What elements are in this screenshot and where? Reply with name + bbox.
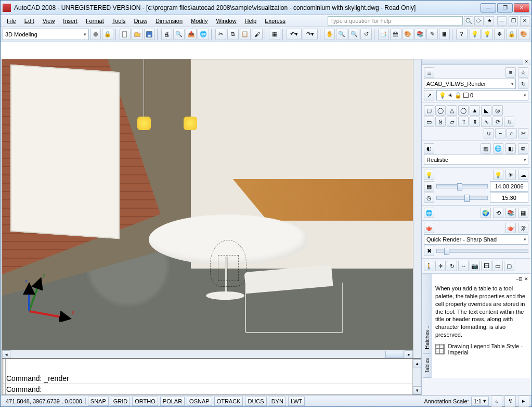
- palette-tab-hatches[interactable]: Hatches ...: [423, 320, 431, 354]
- menu-dimension[interactable]: Dimension: [151, 18, 187, 24]
- command-scrollbar[interactable]: ▴ ▾: [412, 359, 421, 395]
- materials-lib-button[interactable]: 📚: [505, 208, 516, 218]
- menu-express[interactable]: Express: [261, 18, 290, 24]
- help-button[interactable]: ？: [456, 29, 467, 40]
- animate-button[interactable]: 🎞: [481, 261, 491, 271]
- match-button[interactable]: 🖌: [252, 29, 263, 40]
- plot-button[interactable]: 🖨: [161, 29, 172, 40]
- render-button[interactable]: 🫖: [505, 223, 516, 233]
- dashboard-close-icon[interactable]: ✕: [523, 59, 529, 65]
- camera-button[interactable]: 📷: [470, 261, 480, 271]
- grid-toggle[interactable]: GRID: [111, 397, 131, 406]
- materials-attach-button[interactable]: 🌍: [481, 208, 491, 218]
- render-quality-slider[interactable]: [436, 249, 528, 253]
- layerfreeze-quick-icon[interactable]: ❄: [494, 29, 505, 40]
- sheet-set-button[interactable]: 📚: [414, 29, 425, 40]
- coordinates-readout[interactable]: 471.5048, 3967.6739 , 0.0000: [3, 398, 86, 404]
- layer-refresh-button[interactable]: ↻: [518, 79, 528, 89]
- palette-tab-tables[interactable]: Tables: [423, 354, 431, 378]
- layeroff-quick-icon[interactable]: 💡: [470, 29, 481, 40]
- palette-close-icon[interactable]: ✕: [524, 276, 528, 283]
- zoom-rt-button[interactable]: 🔍: [336, 29, 347, 40]
- snap-toggle[interactable]: SNAP: [88, 397, 109, 406]
- markup-button[interactable]: ✎: [426, 29, 437, 40]
- pyramid-button[interactable]: ▲: [470, 105, 480, 116]
- mdi-close-button[interactable]: ✕: [520, 16, 529, 26]
- vs-hid-button[interactable]: ◧: [505, 143, 516, 154]
- materials-icon[interactable]: 🌐: [424, 208, 434, 218]
- viewport-scrollbar-vert[interactable]: [413, 59, 421, 350]
- revolve-button[interactable]: ⟳: [492, 117, 503, 127]
- clock-icon[interactable]: ◷: [424, 193, 434, 203]
- intersect-button[interactable]: ∩: [507, 128, 517, 138]
- command-window[interactable]: Command: _render Command: ▴ ▾: [2, 359, 421, 395]
- publish-button[interactable]: 📤: [186, 29, 197, 40]
- vs-mgr-button[interactable]: ⧉: [518, 143, 528, 154]
- layer-filter-combo[interactable]: ACAD_VIEWS_Render: [424, 79, 516, 89]
- annotation-autoscale-button[interactable]: ↯: [504, 396, 516, 407]
- paste-button[interactable]: 📋: [240, 29, 251, 40]
- annotation-scale-combo[interactable]: 1:1 ▾: [471, 397, 489, 406]
- workspace-settings-button[interactable]: [90, 29, 101, 40]
- palette-item-table-legend[interactable]: Drawing Legend Table Style - Imperial: [434, 341, 528, 358]
- layer-states-button[interactable]: ☆: [518, 67, 528, 78]
- zoom-prev-button[interactable]: ↺: [360, 29, 371, 40]
- subtract-button[interactable]: −: [495, 128, 505, 138]
- zoom-window-button[interactable]: 🔍: [348, 29, 359, 40]
- union-button[interactable]: ∪: [484, 128, 494, 138]
- persp-button[interactable]: ▭: [492, 261, 503, 271]
- statusbar-menu-button[interactable]: ▸: [518, 396, 529, 407]
- cone-button[interactable]: △: [447, 105, 457, 116]
- designcenter-button[interactable]: 🏛: [390, 29, 401, 40]
- menu-edit[interactable]: Edit: [20, 18, 38, 24]
- parallel-button[interactable]: ▢: [504, 261, 514, 271]
- sphere-button[interactable]: ◯: [458, 105, 469, 116]
- loft-button[interactable]: ≋: [504, 117, 514, 127]
- close-button[interactable]: ✕: [514, 3, 529, 12]
- menu-view[interactable]: View: [38, 18, 59, 24]
- render-preset-combo[interactable]: Quick Render - Sharp Shad: [424, 234, 528, 245]
- command-prompt[interactable]: Command:: [2, 384, 421, 395]
- save-button[interactable]: [144, 29, 155, 40]
- properties-button[interactable]: 📑: [378, 29, 389, 40]
- render-env-button[interactable]: 🌫: [518, 223, 528, 233]
- lwt-toggle[interactable]: LWT: [288, 397, 305, 406]
- favorites-icon[interactable]: ★: [485, 16, 494, 26]
- cmd-scroll-down[interactable]: ▾: [413, 386, 421, 395]
- polar-toggle[interactable]: POLAR: [160, 397, 185, 406]
- layer-makecurrent-button[interactable]: ↗: [424, 90, 434, 100]
- presspull-button[interactable]: ⇕: [470, 117, 480, 127]
- current-layer-combo[interactable]: 💡 ☀ 🔓 0: [436, 90, 528, 100]
- helix-button[interactable]: §: [435, 117, 446, 127]
- scroll-right-button[interactable]: ▸: [405, 350, 413, 359]
- materials-map-button[interactable]: ▦: [518, 208, 528, 218]
- tool-palettes-button[interactable]: 🎨: [403, 29, 413, 40]
- menu-file[interactable]: File: [3, 18, 20, 24]
- sun-date-value[interactable]: 14.08.2006: [490, 181, 528, 192]
- maximize-button[interactable]: ❐: [497, 3, 513, 12]
- menu-window[interactable]: Window: [212, 18, 240, 24]
- mdi-restore-button[interactable]: ❐: [509, 16, 518, 26]
- pan-button[interactable]: ✋: [324, 29, 335, 40]
- sun-date-slider[interactable]: [436, 184, 488, 188]
- cylinder-button[interactable]: ◯: [435, 105, 446, 116]
- annotation-visibility-button[interactable]: ⟐: [491, 396, 502, 407]
- layers-icon[interactable]: ≣: [424, 67, 434, 78]
- cmd-scroll-up[interactable]: ▴: [413, 359, 421, 367]
- copy-button[interactable]: ⧉: [227, 29, 238, 40]
- menu-modify[interactable]: Modify: [187, 18, 212, 24]
- planar-button[interactable]: ▱: [447, 117, 457, 127]
- new-button[interactable]: [120, 29, 131, 40]
- walk-button[interactable]: 🚶: [424, 261, 434, 271]
- calendar-icon[interactable]: ▦: [424, 181, 434, 192]
- quickcalc-button[interactable]: 🖩: [439, 29, 450, 40]
- sun-on-button[interactable]: 💡: [493, 170, 503, 180]
- polysolid-button[interactable]: ▭: [424, 117, 434, 127]
- help-search-input[interactable]: Type a question for help: [328, 16, 463, 26]
- vs-2d-button[interactable]: ▨: [481, 143, 491, 154]
- swivel-button[interactable]: ↻: [447, 261, 457, 271]
- fly-button[interactable]: ✈: [435, 261, 446, 271]
- palette-pin-icon[interactable]: –⊟: [516, 276, 523, 283]
- visual-style-icon[interactable]: ◐: [424, 143, 434, 154]
- cut-button[interactable]: ✂: [215, 29, 226, 40]
